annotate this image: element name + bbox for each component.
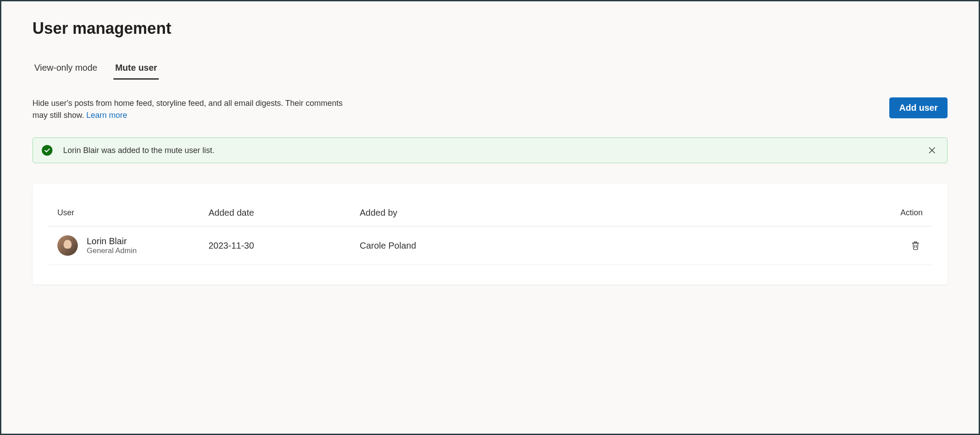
column-header-added-by: Added by [360, 208, 887, 218]
tab-bar: View-only mode Mute user [32, 59, 948, 80]
cell-added-by: Carole Poland [360, 241, 887, 251]
cell-user: Lorin Blair General Admin [57, 235, 209, 256]
trash-icon[interactable] [908, 238, 923, 253]
checkmark-icon [42, 145, 52, 156]
tab-view-only-mode[interactable]: View-only mode [32, 59, 99, 80]
cell-action [887, 238, 923, 253]
user-table: User Added date Added by Action Lorin Bl… [48, 200, 932, 265]
column-header-added-date: Added date [209, 208, 360, 218]
user-role: General Admin [87, 246, 137, 255]
column-header-user: User [57, 208, 209, 218]
success-notification: Lorin Blair was added to the mute user l… [32, 137, 948, 163]
notification-message: Lorin Blair was added to the mute user l… [63, 146, 926, 155]
user-info: Lorin Blair General Admin [87, 236, 137, 255]
column-header-action: Action [887, 208, 923, 218]
table-header: User Added date Added by Action [48, 200, 932, 226]
close-icon[interactable] [926, 144, 938, 157]
user-table-card: User Added date Added by Action Lorin Bl… [32, 184, 948, 285]
tab-mute-user[interactable]: Mute user [113, 59, 159, 80]
table-row: Lorin Blair General Admin 2023-11-30 Car… [48, 226, 932, 265]
cell-added-date: 2023-11-30 [209, 241, 360, 251]
tab-description: Hide user's posts from home feed, storyl… [32, 97, 344, 121]
user-name: Lorin Blair [87, 236, 137, 246]
description-row: Hide user's posts from home feed, storyl… [32, 97, 948, 121]
app-frame: User management View-only mode Mute user… [0, 0, 980, 435]
add-user-button[interactable]: Add user [889, 97, 948, 118]
description-text: Hide user's posts from home feed, storyl… [32, 99, 342, 120]
avatar [57, 235, 78, 256]
learn-more-link[interactable]: Learn more [86, 111, 127, 120]
page-title: User management [32, 19, 948, 38]
